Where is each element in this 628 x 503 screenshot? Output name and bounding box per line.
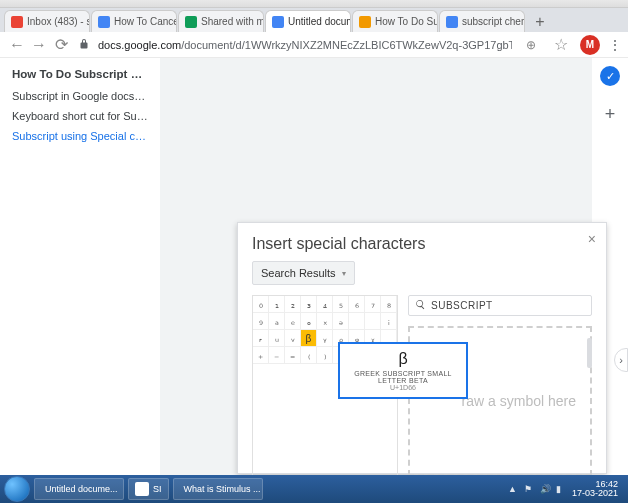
- favicon: [359, 16, 371, 28]
- tab-label: Shared with me - Go: [201, 16, 264, 27]
- tray-network-icon[interactable]: ⚑: [524, 484, 534, 494]
- app-icon: [135, 482, 149, 496]
- favicon: [446, 16, 458, 28]
- taskbar-app-button[interactable]: What is Stimulus ...: [173, 478, 263, 500]
- character-cell[interactable]: ₁: [269, 296, 285, 313]
- system-tray[interactable]: ▲ ⚑ 🔊 ▮ 16:4217-03-2021: [508, 480, 624, 498]
- chevron-down-icon: ▾: [342, 269, 346, 278]
- taskbar-label: Untitled docume...: [45, 484, 118, 494]
- scrollbar[interactable]: [587, 338, 592, 368]
- character-cell[interactable]: ₆: [349, 296, 365, 313]
- character-cell[interactable]: ₓ: [317, 313, 333, 330]
- favicon: [272, 16, 284, 28]
- tooltip-glyph: β: [346, 350, 460, 368]
- dialog-close-button[interactable]: ×: [588, 231, 596, 247]
- task-check-icon[interactable]: ✓: [600, 66, 620, 86]
- outline-item[interactable]: Keyboard short cut for Subscrip...: [12, 106, 148, 126]
- tab-label: How To Do Subscrip: [375, 16, 438, 27]
- profile-avatar[interactable]: M: [580, 35, 600, 55]
- draw-hint: raw a symbol here: [462, 393, 576, 409]
- back-button[interactable]: ←: [6, 34, 28, 56]
- favicon: [98, 16, 110, 28]
- favicon: [185, 16, 197, 28]
- character-cell[interactable]: ₇: [365, 296, 381, 313]
- menu-dots-icon[interactable]: ⋮: [608, 37, 622, 53]
- browser-tab[interactable]: How To Cancel Your×: [91, 10, 177, 32]
- sidepanel-plus-icon[interactable]: +: [600, 104, 620, 124]
- browser-tab[interactable]: Untitled document - ×: [265, 10, 351, 32]
- taskbar-app-button[interactable]: SI: [128, 478, 169, 500]
- browser-toolbar: ← → ⟳ docs.google.com/document/d/1WWrkzy…: [0, 32, 628, 58]
- document-outline: How To Do Subscript & Super... Subscript…: [0, 58, 160, 475]
- character-cell[interactable]: ᵢ: [381, 313, 397, 330]
- character-cell[interactable]: β: [301, 330, 317, 347]
- character-cell[interactable]: ₀: [253, 296, 269, 313]
- character-cell[interactable]: [349, 313, 365, 330]
- dialog-title: Insert special characters: [252, 235, 592, 253]
- tray-clock[interactable]: 16:4217-03-2021: [572, 480, 618, 498]
- tray-icon[interactable]: ▲: [508, 484, 518, 494]
- character-cell[interactable]: ₔ: [333, 313, 349, 330]
- character-cell[interactable]: ᵤ: [269, 330, 285, 347]
- character-cell[interactable]: ₒ: [301, 313, 317, 330]
- bookmark-star-icon[interactable]: ☆: [550, 34, 572, 56]
- outline-item[interactable]: Subscript in Google docs with t...: [12, 86, 148, 106]
- category-dropdown[interactable]: Search Results▾: [252, 261, 355, 285]
- tab-label: subscript chemical e: [462, 16, 525, 27]
- character-cell[interactable]: ₅: [333, 296, 349, 313]
- os-titlebar: [0, 0, 628, 8]
- windows-taskbar: Untitled docume...SIWhat is Stimulus ...…: [0, 475, 628, 503]
- tray-sound-icon[interactable]: 🔊: [540, 484, 550, 494]
- start-button[interactable]: [4, 476, 30, 502]
- character-cell[interactable]: ₃: [301, 296, 317, 313]
- tab-label: Untitled document -: [288, 16, 351, 27]
- zoom-icon[interactable]: ⊕: [520, 34, 542, 56]
- character-cell[interactable]: ᵥ: [285, 330, 301, 347]
- browser-tab[interactable]: Inbox (483) - snsalefi×: [4, 10, 90, 32]
- outline-item[interactable]: Subscript using Special charact...: [12, 126, 148, 146]
- lock-icon: [78, 38, 92, 52]
- taskbar-label: What is Stimulus ...: [184, 484, 261, 494]
- character-cell[interactable]: [365, 313, 381, 330]
- taskbar-label: SI: [153, 484, 162, 494]
- search-input[interactable]: [431, 300, 585, 311]
- character-cell[interactable]: ᵧ: [317, 330, 333, 347]
- tab-label: Inbox (483) - snsalefi: [27, 16, 90, 27]
- character-cell[interactable]: ₑ: [285, 313, 301, 330]
- address-bar[interactable]: docs.google.com/document/d/1WWrkzyNIXZ2M…: [98, 39, 512, 51]
- character-tooltip: β GREEK SUBSCRIPT SMALL LETTER BETA U+1D…: [338, 342, 468, 399]
- browser-tabstrip: Inbox (483) - snsalefi×How To Cancel You…: [0, 8, 628, 32]
- character-cell[interactable]: ₍: [301, 347, 317, 364]
- search-icon: [415, 299, 426, 312]
- character-cell[interactable]: ₋: [269, 347, 285, 364]
- tab-label: How To Cancel Your: [114, 16, 177, 27]
- browser-tab[interactable]: How To Do Subscrip×: [352, 10, 438, 32]
- character-cell[interactable]: ₊: [253, 347, 269, 364]
- forward-button[interactable]: →: [28, 34, 50, 56]
- tooltip-name: GREEK SUBSCRIPT SMALL LETTER BETA: [346, 370, 460, 384]
- character-cell[interactable]: ₈: [381, 296, 397, 313]
- browser-tab[interactable]: Shared with me - Go×: [178, 10, 264, 32]
- character-cell[interactable]: ₉: [253, 313, 269, 330]
- character-cell[interactable]: ᵣ: [253, 330, 269, 347]
- tooltip-code: U+1D66: [346, 384, 460, 391]
- browser-tab[interactable]: subscript chemical e×: [439, 10, 525, 32]
- character-cell[interactable]: ₌: [285, 347, 301, 364]
- character-cell[interactable]: ₎: [317, 347, 333, 364]
- character-cell[interactable]: ₄: [317, 296, 333, 313]
- reload-button[interactable]: ⟳: [50, 34, 72, 56]
- character-search[interactable]: [408, 295, 592, 316]
- new-tab-button[interactable]: +: [530, 12, 550, 32]
- taskbar-app-button[interactable]: Untitled docume...: [34, 478, 124, 500]
- favicon: [11, 16, 23, 28]
- tray-battery-icon[interactable]: ▮: [556, 484, 566, 494]
- outline-heading[interactable]: How To Do Subscript & Super...: [12, 68, 148, 80]
- character-cell[interactable]: ₐ: [269, 313, 285, 330]
- character-cell[interactable]: ₂: [285, 296, 301, 313]
